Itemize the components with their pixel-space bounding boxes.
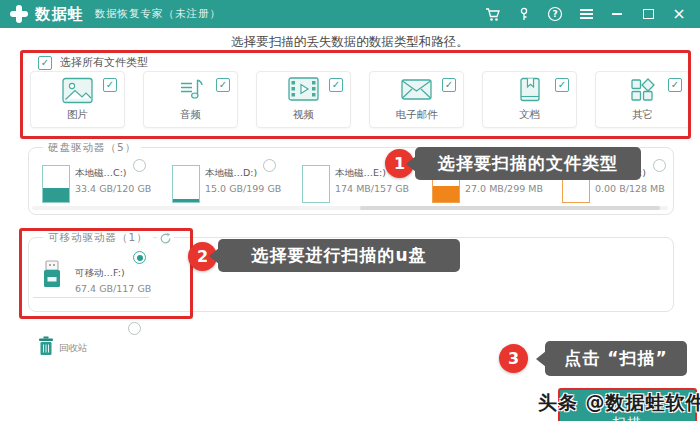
drive-size: 33.4 GB/120 GB <box>75 183 151 194</box>
drive-capacity-icon <box>42 165 70 203</box>
file-type-cards: ✓图片✓音频✓视频✓电子邮件✓文档✓其它 <box>30 71 690 128</box>
drive-size: 15.0 GB/199 GB <box>205 183 281 194</box>
drive-capacity-icon <box>302 165 330 203</box>
drive-list-scrollbar-thumb[interactable] <box>360 206 660 210</box>
file-type-card-6[interactable]: ✓其它 <box>595 71 690 128</box>
file-type-label: 文档 <box>483 108 576 122</box>
removable-drives-title: 可移动驱动器（1） <box>43 231 153 245</box>
file-type-card-2[interactable]: ✓音频 <box>143 71 238 128</box>
page-instruction: 选择要扫描的丢失数据的数据类型和路径。 <box>0 34 700 51</box>
removable-drive-card-1[interactable]: 可移动…F:)67.4 GB/117 GB <box>34 251 161 309</box>
trash-icon[interactable] <box>38 336 54 360</box>
file-type-label: 其它 <box>596 108 689 122</box>
file-type-card-3[interactable]: ✓视频 <box>256 71 351 128</box>
usb-drive-icon <box>41 259 63 295</box>
file-type-label: 电子邮件 <box>370 108 463 122</box>
drive-radio[interactable] <box>133 251 146 264</box>
hard-drives-title: 硬盘驱动器（5） <box>43 141 141 155</box>
recycle-bin-radio[interactable] <box>128 322 141 335</box>
cart-icon[interactable] <box>484 5 502 23</box>
drive-radio[interactable] <box>133 159 146 172</box>
drive-size: 0.00 B/128 MB <box>595 183 665 194</box>
select-all-file-types[interactable]: ✓ 选择所有文件类型 <box>38 55 148 70</box>
drive-name: 本地磁…E:) <box>335 167 386 180</box>
drive-size: 174 MB/157 GB <box>335 183 409 194</box>
drive-name: 本地磁…C:) <box>75 167 127 180</box>
titlebar: 数据蛙 数据恢复专家（未注册） ? × <box>0 0 700 28</box>
help-icon[interactable]: ? <box>546 5 564 23</box>
drive-name: 可移动…F:) <box>75 267 125 280</box>
minimize-icon[interactable] <box>608 5 626 23</box>
titlebar-icons: ? × <box>484 5 700 23</box>
file-type-label: 音频 <box>144 108 237 122</box>
file-type-checkbox[interactable]: ✓ <box>103 78 117 92</box>
scan-button[interactable]: 扫描 <box>558 388 697 421</box>
file-type-checkbox[interactable]: ✓ <box>555 78 569 92</box>
step-1-tooltip: 选择要扫描的文件类型 <box>415 147 641 180</box>
maximize-icon[interactable] <box>639 5 657 23</box>
step-3-tooltip: 点击 “扫描” <box>545 341 687 376</box>
file-type-card-1[interactable]: ✓图片 <box>30 71 125 128</box>
recycle-bin-label: 回收站 <box>59 342 88 355</box>
drive-size: 27.0 MB/299 MB <box>465 183 543 194</box>
drive-radio[interactable] <box>263 159 276 172</box>
select-all-label: 选择所有文件类型 <box>60 55 148 70</box>
file-type-label: 视频 <box>257 108 350 122</box>
file-type-checkbox[interactable]: ✓ <box>329 78 343 92</box>
svg-text:?: ? <box>552 9 557 19</box>
file-type-checkbox[interactable]: ✓ <box>216 78 230 92</box>
removable-drive-divider <box>33 297 149 298</box>
select-all-checkbox[interactable]: ✓ <box>38 56 52 70</box>
app-logo-icon <box>10 5 28 23</box>
file-type-card-5[interactable]: ✓文档 <box>482 71 577 128</box>
file-type-card-4[interactable]: ✓电子邮件 <box>369 71 464 128</box>
step-3-badge: 3 <box>499 344 528 373</box>
drive-size: 67.4 GB/117 GB <box>75 283 151 294</box>
drive-capacity-icon <box>172 165 200 203</box>
drive-name: 本地磁…D:) <box>205 167 257 180</box>
drive-radio[interactable] <box>653 159 666 172</box>
step-2-tooltip: 选择要进行扫描的u盘 <box>218 239 460 272</box>
hard-drive-card-1[interactable]: 本地磁…C:)33.4 GB/120 GB <box>34 157 161 209</box>
app-subtitle: 数据恢复专家（未注册） <box>95 7 222 21</box>
close-icon[interactable]: × <box>670 5 688 23</box>
key-icon[interactable] <box>515 5 533 23</box>
app-name: 数据蛙 <box>35 5 85 24</box>
menu-icon[interactable] <box>577 5 595 23</box>
file-type-label: 图片 <box>31 108 124 122</box>
file-type-checkbox[interactable]: ✓ <box>442 78 456 92</box>
file-type-checkbox[interactable]: ✓ <box>668 78 682 92</box>
hard-drive-card-2[interactable]: 本地磁…D:)15.0 GB/199 GB <box>164 157 291 209</box>
